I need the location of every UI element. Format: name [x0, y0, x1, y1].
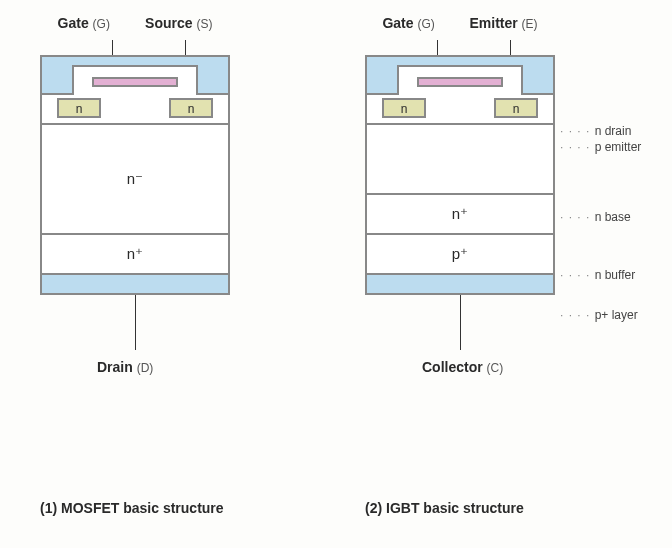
diagram-wrapper: Gate (G) Source (S) n n n⁻ n⁺ Dra	[0, 0, 672, 548]
n-plus-layer: n⁺	[42, 235, 228, 275]
n-base-layer	[367, 125, 553, 195]
annotation-n-drain: n drain	[560, 124, 631, 138]
drain-contact	[42, 275, 228, 293]
collector-lead	[460, 295, 461, 350]
gate-text: Gate	[382, 15, 413, 31]
source-symbol: (S)	[196, 17, 212, 31]
collector-text: Collector	[422, 359, 483, 375]
drain-lead	[135, 295, 136, 350]
gate-electrode-icon	[92, 77, 178, 87]
n-minus-layer: n⁻	[42, 125, 228, 235]
oxide-cap-layer	[367, 57, 553, 95]
mosfet-device: Gate (G) Source (S) n n n⁻ n⁺ Dra	[40, 55, 230, 295]
collector-contact	[367, 275, 553, 293]
n-well-row: n n	[42, 95, 228, 125]
emitter-symbol: (E)	[522, 17, 538, 31]
emitter-label: Emitter (E)	[469, 15, 537, 31]
drain-text: Drain	[97, 359, 133, 375]
gate-text: Gate	[58, 15, 89, 31]
annotation-p-plus-layer: p+ layer	[560, 308, 638, 322]
mosfet-top-labels: Gate (G) Source (S)	[40, 15, 230, 31]
n-well-left: n	[382, 98, 426, 118]
source-label: Source (S)	[145, 15, 212, 31]
igbt-top-labels: Gate (G) Emitter (E)	[365, 15, 555, 31]
oxide-cap-layer	[42, 57, 228, 95]
mosfet-caption: (1) MOSFET basic structure	[40, 500, 224, 516]
igbt-device: Gate (G) Emitter (E) n n n⁺ p⁺	[365, 55, 555, 295]
collector-symbol: (C)	[487, 361, 504, 375]
p-plus-layer: p⁺	[367, 235, 553, 275]
mosfet-body: n n n⁻ n⁺	[40, 55, 230, 295]
igbt-body: n n n⁺ p⁺	[365, 55, 555, 295]
gate-label: Gate (G)	[58, 15, 110, 31]
annotation-n-base: n base	[560, 210, 631, 224]
n-well-row: n n	[367, 95, 553, 125]
drain-label: Drain (D)	[97, 359, 153, 375]
n-buffer-layer: n⁺	[367, 195, 553, 235]
drain-symbol: (D)	[137, 361, 154, 375]
n-well-left: n	[57, 98, 101, 118]
collector-label: Collector (C)	[422, 359, 503, 375]
emitter-text: Emitter	[469, 15, 517, 31]
source-text: Source	[145, 15, 192, 31]
gate-symbol: (G)	[93, 17, 110, 31]
gate-label: Gate (G)	[382, 15, 434, 31]
igbt-caption: (2) IGBT basic structure	[365, 500, 524, 516]
gate-electrode-icon	[417, 77, 503, 87]
annotation-n-buffer: n buffer	[560, 268, 635, 282]
n-well-right: n	[169, 98, 213, 118]
n-well-right: n	[494, 98, 538, 118]
gate-symbol: (G)	[417, 17, 434, 31]
annotation-p-emitter: p emitter	[560, 140, 641, 154]
